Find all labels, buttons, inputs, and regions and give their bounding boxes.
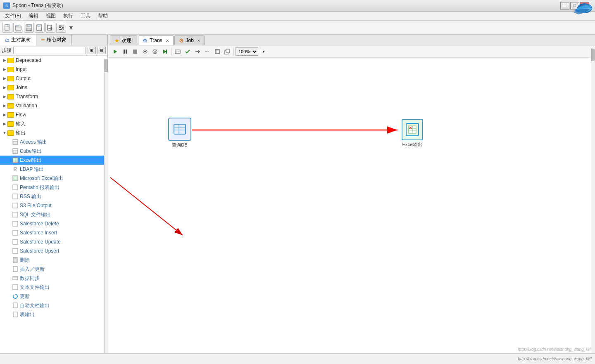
scrollbar-thumb[interactable] <box>105 59 108 72</box>
job-tab-close[interactable]: ✕ <box>197 38 200 43</box>
menu-file[interactable]: 文件(F) <box>2 12 24 20</box>
tree-item-delete[interactable]: 删除 <box>0 255 107 265</box>
tree-item-text-output[interactable]: 文本文件输出 <box>0 283 107 292</box>
svg-point-53 <box>144 51 146 52</box>
file-icon-table-output <box>12 312 18 317</box>
tab-welcome[interactable]: ★ 欢迎! <box>110 35 137 45</box>
stop-button[interactable] <box>131 47 140 56</box>
tab-main-objects[interactable]: 🗂 主对象树 <box>0 35 36 45</box>
right-panel-scrollbar[interactable] <box>591 48 595 353</box>
enable-hop-button[interactable] <box>203 47 212 56</box>
canvas-connection-arrow <box>108 58 595 353</box>
tree-item-transform[interactable]: ▶ Transform <box>0 92 107 101</box>
svg-rect-3 <box>15 26 21 30</box>
tree-item-deprecated[interactable]: ▶ Deprecated <box>0 56 107 65</box>
tree-item-update[interactable]: 更新 <box>0 292 107 301</box>
tree-item-sf-update[interactable]: Salesforce Update <box>0 237 107 246</box>
tab-job[interactable]: ⚙ Job ✕ <box>174 35 205 45</box>
tree-item-input[interactable]: ▶ Input <box>0 65 107 74</box>
folder-icon-joins <box>7 85 14 90</box>
tree-item-joins[interactable]: ▶ Joins <box>0 83 107 92</box>
tree-item-cube-output[interactable]: Cube输出 <box>0 147 107 156</box>
tree-item-output-cn[interactable]: ▼ 输出 <box>0 128 107 137</box>
tree-item-flow[interactable]: ▶ Flow <box>0 110 107 119</box>
svg-rect-6 <box>27 25 30 27</box>
tab-welcome-label: 欢迎! <box>121 37 133 44</box>
tree-arrow-input-cn: ▶ <box>2 122 7 126</box>
svg-rect-42 <box>13 277 18 280</box>
debug-button[interactable]: d <box>150 47 159 56</box>
tree-item-input-cn[interactable]: ▶ 输入 <box>0 119 107 128</box>
tree-item-sql-output[interactable]: SQL 文件输出 <box>0 210 107 219</box>
svg-rect-20 <box>13 141 17 144</box>
save-button[interactable] <box>24 23 34 33</box>
svg-rect-45 <box>13 285 18 290</box>
tab-trans[interactable]: ⚙ Trans ✕ <box>138 35 173 45</box>
menu-help[interactable]: 帮助 <box>95 12 111 20</box>
tree-item-ms-excel-output[interactable]: Microsoft Excel输出 <box>0 174 107 183</box>
settings-button[interactable] <box>56 23 66 33</box>
step-metrics-button[interactable] <box>173 47 182 56</box>
tree-item-validation[interactable]: ▶ Validation <box>0 101 107 110</box>
preview2-button[interactable] <box>160 47 169 56</box>
folder-icon-flow <box>7 112 14 118</box>
file-icon-sf-upsert <box>12 248 18 254</box>
search-icon-button[interactable]: ⊞ <box>88 47 96 54</box>
tree-item-output[interactable]: ▶ Output <box>0 74 107 83</box>
search-grid-button[interactable]: ⊟ <box>98 47 106 54</box>
hop-button[interactable] <box>193 47 202 56</box>
right-scrollbar-thumb[interactable] <box>591 49 595 61</box>
preview-button[interactable] <box>140 47 150 56</box>
export-button[interactable] <box>45 23 55 33</box>
file-icon-access-output <box>12 139 18 145</box>
menu-tools[interactable]: 工具 <box>77 12 94 20</box>
tree-item-insert-update[interactable]: 插入／更新 <box>0 265 107 274</box>
tree-item-sf-upsert[interactable]: Salesforce Upsert <box>0 246 107 255</box>
zoom-select[interactable]: 100% 50% 75% 150% 200% <box>236 47 258 56</box>
tree-item-access-output[interactable]: Access 输出 <box>0 137 107 147</box>
canvas-node-excel-output[interactable]: Excel输出 <box>402 119 423 148</box>
file-icon-update <box>12 293 18 299</box>
search-label: 步骤 <box>2 47 12 54</box>
copy-button[interactable] <box>223 47 232 56</box>
menu-bar: 文件(F) 编辑 视图 执行 工具 帮助 <box>0 12 595 21</box>
menu-edit[interactable]: 编辑 <box>25 12 42 20</box>
svg-rect-47 <box>13 312 17 317</box>
svg-rect-31 <box>13 185 18 190</box>
tab-job-label: Job <box>186 38 194 43</box>
tree-arrow-validation: ▶ <box>2 104 7 108</box>
tree-item-table-output[interactable]: 表输出 <box>0 310 107 319</box>
status-url: http://blog.csdn.net/waishong_wang_IMI <box>518 357 592 361</box>
new-button[interactable] <box>2 23 12 33</box>
tree-item-s3-output[interactable]: S3 File Output <box>0 201 107 210</box>
pause-button[interactable] <box>121 47 130 56</box>
file-icon-auto-doc <box>12 303 18 308</box>
node-label-excel-output: Excel输出 <box>402 142 423 148</box>
tree-item-pentaho-report[interactable]: Pentaho 报表输出 <box>0 183 107 192</box>
run-button[interactable] <box>111 47 120 56</box>
svg-text:+: + <box>40 28 42 31</box>
main-layout: 🗂 主对象树 ✏ 核心对象 步骤 ⊞ ⊟ ▶ Deprecated <box>0 35 595 353</box>
tree-item-rss-output[interactable]: RSS 输出 <box>0 192 107 201</box>
menu-view[interactable]: 视图 <box>43 12 59 20</box>
open-button[interactable] <box>13 23 23 33</box>
data-check-button[interactable] <box>183 47 192 56</box>
tree-item-sf-delete[interactable]: Salesforce Delete <box>0 219 107 228</box>
tree-item-ldap-output[interactable]: LDAP 输出 <box>0 165 107 174</box>
canvas-node-query-db[interactable]: 查询DB <box>168 118 191 148</box>
tree-item-data-sync[interactable]: 数据同步 <box>0 274 107 283</box>
tree-item-sf-insert[interactable]: Salesforce Insert <box>0 228 107 237</box>
align-button[interactable] <box>213 47 222 56</box>
trans-tab-close[interactable]: ✕ <box>166 38 169 43</box>
tab-core-objects[interactable]: ✏ 核心对象 <box>36 35 72 45</box>
tree-item-excel-output[interactable]: Excel输出 <box>0 156 107 165</box>
dropdown-button[interactable]: ▼ <box>67 24 75 32</box>
left-panel-scrollbar[interactable] <box>104 59 108 353</box>
svg-line-82 <box>110 177 183 235</box>
search-input[interactable] <box>13 47 86 54</box>
menu-execute[interactable]: 执行 <box>60 12 76 20</box>
save-as-button[interactable]: + <box>35 23 45 33</box>
svg-rect-46 <box>13 303 17 308</box>
tree-item-auto-doc[interactable]: 自动文档输出 <box>0 301 107 310</box>
zoom-dropdown-button[interactable]: ▼ <box>259 47 268 56</box>
